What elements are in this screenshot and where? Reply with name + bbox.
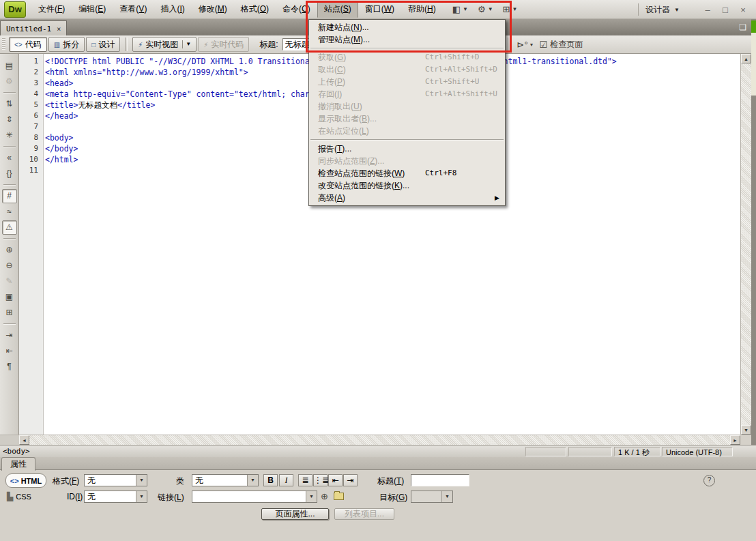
balance-braces-icon[interactable]: {}	[2, 166, 17, 181]
menubar-item-6[interactable]: 命令(C)	[276, 1, 317, 18]
check-page-button[interactable]: ☑检查页面	[540, 39, 583, 50]
recent-snippets-icon[interactable]: ▣	[2, 290, 17, 304]
layout-switcher-icon[interactable]: ◧▼	[452, 4, 468, 14]
format-label: 格式(F)	[53, 476, 79, 487]
expand-all-icon[interactable]: ✳	[2, 128, 17, 143]
italic-button[interactable]: I	[279, 474, 293, 486]
chevron-down-icon[interactable]: ▼	[136, 475, 147, 486]
list-item-button: 列表项目...	[334, 508, 394, 520]
syntax-error-alerts-icon[interactable]: ⚠	[2, 220, 17, 235]
document-tab-title: Untitled-1	[6, 25, 51, 33]
toolbar-grip[interactable]	[2, 38, 5, 50]
split-view-button[interactable]: ▥拆分	[48, 37, 85, 52]
site-menu-item-13[interactable]: 检查站点范围的链接(W)Ctrl+F8	[309, 167, 505, 179]
close-button[interactable]: ×	[736, 5, 751, 15]
site-menu-item-1[interactable]: 管理站点(M)...	[309, 33, 505, 46]
chevron-down-icon[interactable]: ▼	[136, 491, 147, 502]
chevron-down-icon: ▼	[441, 491, 452, 502]
horizontal-scrollbar[interactable]: ◄ ►	[19, 435, 740, 445]
format-select[interactable]: 无▼	[84, 474, 147, 486]
menubar-item-1[interactable]: 编辑(E)	[72, 1, 113, 18]
collapsed-dock-strip[interactable]	[751, 19, 756, 445]
outdent-icon[interactable]: ⇤	[328, 474, 343, 486]
unordered-list-icon[interactable]: ≣	[298, 474, 312, 486]
bold-button[interactable]: B	[263, 474, 278, 486]
scroll-down-icon[interactable]: ▼	[741, 425, 751, 435]
scroll-left-icon[interactable]: ◄	[19, 435, 29, 445]
move-css-icon[interactable]: ⊞	[2, 306, 17, 320]
collapse-full-tag-icon[interactable]: ⇅	[2, 97, 17, 111]
site-menu-item-4: 取出(C)Ctrl+Alt+Shift+D	[309, 63, 505, 76]
chevron-down-icon[interactable]: ▼	[306, 491, 317, 502]
properties-tab[interactable]: 属性	[1, 457, 35, 471]
workspace-switcher[interactable]: 设计器▼	[645, 4, 680, 16]
indent-icon[interactable]: ⇥	[343, 474, 358, 486]
tab-close-icon[interactable]: ×	[57, 25, 61, 33]
menubar-item-9[interactable]: 帮助(H)	[401, 1, 443, 18]
help-icon[interactable]: ?	[703, 475, 715, 486]
scroll-right-icon[interactable]: ►	[730, 435, 740, 445]
live-code-button: ⚡实时代码	[198, 37, 249, 52]
code-view-button[interactable]: <>代码	[9, 37, 47, 52]
toolbar-separator	[508, 38, 510, 51]
tag-selector[interactable]: <body>	[0, 447, 30, 456]
line-number: 9	[19, 143, 43, 154]
site-files-icon[interactable]: ⊞▼	[503, 4, 518, 14]
site-menu-item-14[interactable]: 改变站点范围的链接(K)...	[309, 179, 505, 192]
menubar-item-2[interactable]: 查看(V)	[113, 1, 154, 18]
browse-folder-icon[interactable]	[334, 493, 344, 500]
vertical-scrollbar[interactable]: ▲ ▼	[740, 54, 751, 435]
site-menu-item-15[interactable]: 高级(A)▶	[309, 192, 505, 204]
site-menu-item-7: 撤消取出(U)	[309, 100, 505, 113]
design-view-button[interactable]: □设计	[86, 37, 120, 52]
maximize-button[interactable]: □	[718, 5, 733, 15]
class-select[interactable]: 无▼	[192, 474, 259, 486]
css-mode-button[interactable]: ▙CSS	[7, 490, 45, 503]
menu-separator	[310, 139, 504, 141]
site-menu-item-3: 获取(G)Ctrl+Shift+D	[309, 51, 505, 63]
submenu-arrow-icon: ▶	[495, 192, 499, 204]
collapse-selection-icon[interactable]: ⇕	[2, 113, 17, 127]
menubar-item-5[interactable]: 格式(O)	[234, 1, 276, 18]
id-label: ID(I)	[67, 492, 83, 501]
format-source-code-icon[interactable]: ¶	[2, 360, 17, 374]
file-management-icon[interactable]: ⊳°▼	[517, 40, 534, 50]
toolbar-separator	[3, 238, 16, 239]
remove-comment-icon[interactable]: ⊖	[2, 259, 17, 273]
menubar-item-7[interactable]: 站点(S)	[317, 1, 358, 18]
apply-comment-icon[interactable]: ⊕	[2, 243, 17, 257]
link-combo[interactable]: ▼	[192, 491, 317, 503]
live-view-button[interactable]: ⚡实时视图▼	[132, 37, 197, 52]
title-label: 标题:	[259, 39, 278, 50]
minimize-button[interactable]: –	[700, 5, 715, 15]
line-numbers-icon[interactable]: #	[2, 189, 17, 203]
point-to-file-icon[interactable]: ⊕	[321, 491, 328, 501]
title-field-label: 标题(T)	[377, 476, 404, 487]
chevron-down-icon[interactable]: ▼	[182, 40, 191, 48]
site-menu-item-12: 同步站点范围(Z)...	[309, 155, 505, 167]
toolbar-separator	[3, 184, 16, 186]
menubar-item-4[interactable]: 修改(M)	[192, 1, 234, 18]
ordered-list-icon[interactable]: ⋮≣	[313, 474, 328, 486]
show-head-content-icon: ⚙	[2, 74, 17, 89]
outdent-code-icon[interactable]: ⇤	[2, 344, 17, 358]
site-menu-item-0[interactable]: 新建站点(N)...	[309, 21, 505, 33]
select-parent-tag-icon[interactable]: «	[2, 151, 17, 165]
html-mode-button[interactable]: <>HTML	[5, 473, 46, 488]
site-menu-item-11[interactable]: 报告(T)...	[309, 143, 505, 155]
id-select[interactable]: 无▼	[84, 491, 147, 503]
menubar-item-0[interactable]: 文件(F)	[31, 1, 72, 18]
extensions-gear-icon[interactable]: ⚙▼	[478, 4, 493, 14]
open-documents-icon[interactable]: ▤	[2, 59, 17, 73]
menubar-item-8[interactable]: 窗口(W)	[358, 1, 401, 18]
page-properties-button[interactable]: 页面属性...	[261, 508, 329, 520]
document-tab[interactable]: Untitled-1 ×	[0, 20, 67, 36]
restore-panels-icon[interactable]: ❏	[739, 23, 746, 32]
chevron-down-icon[interactable]: ▼	[247, 475, 258, 486]
target-label: 目标(G)	[379, 492, 407, 503]
title-field[interactable]	[411, 474, 469, 486]
scroll-up-icon[interactable]: ▲	[741, 54, 751, 63]
indent-code-icon[interactable]: ⇥	[2, 328, 17, 342]
highlight-invalid-code-icon[interactable]: ≈	[2, 205, 17, 219]
menubar-item-3[interactable]: 插入(I)	[154, 1, 191, 18]
